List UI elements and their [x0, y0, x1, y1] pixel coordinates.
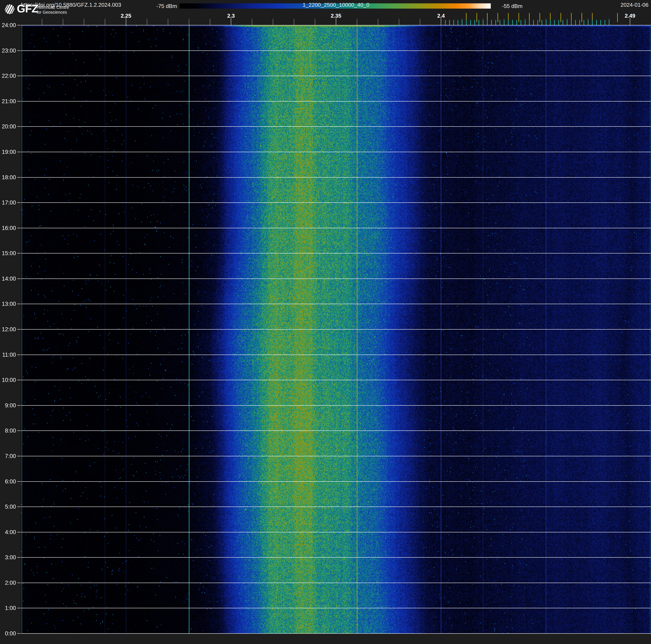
- ble-channel-tick: [584, 20, 584, 25]
- hour-gridline: [21, 456, 651, 456]
- time-axis-label: 11:00: [0, 352, 16, 358]
- freq-tick-minor: [63, 19, 63, 25]
- time-tick: [17, 329, 21, 329]
- hour-gridline: [21, 506, 651, 507]
- hour-gridline: [21, 304, 651, 304]
- ble-channel-tick: [588, 20, 588, 25]
- time-tick: [17, 25, 21, 25]
- ble-channel-tick: [554, 20, 555, 25]
- time-axis-label: 6:00: [0, 478, 16, 485]
- hour-gridline: [21, 177, 651, 178]
- ble-channel-tick: [500, 20, 500, 25]
- hour-gridline: [21, 126, 651, 127]
- ble-channel-tick: [604, 20, 605, 25]
- freq-tick-major: [126, 18, 126, 25]
- wifi-channel-tick: [497, 13, 498, 22]
- ble-channel-tick: [609, 20, 610, 25]
- ble-channel-tick: [541, 20, 542, 25]
- hour-gridline: [21, 380, 651, 380]
- freq-axis-label: 2.25: [114, 12, 138, 19]
- time-axis-label: 23:00: [0, 48, 16, 54]
- time-tick: [17, 431, 21, 431]
- ble-channel-tick: [592, 20, 593, 25]
- freq-tick-minor: [84, 19, 84, 25]
- hour-gridline: [21, 51, 651, 51]
- time-axis-label: 1:00: [0, 605, 16, 611]
- time-axis-label: 16:00: [0, 225, 16, 231]
- ble-channel-tick: [495, 20, 496, 25]
- ble-channel-tick: [458, 20, 458, 25]
- time-axis-label: 4:00: [0, 529, 16, 535]
- ble-channel-tick: [508, 20, 508, 25]
- ble-channel-tick: [533, 20, 534, 25]
- wifi-channel-tick: [617, 13, 618, 22]
- time-tick: [17, 228, 21, 228]
- freq-tick-major: [630, 18, 630, 25]
- ble-channel-tick: [596, 20, 597, 25]
- wifi-channel-tick: [519, 13, 519, 22]
- time-tick: [17, 633, 21, 634]
- ble-channel-tick: [491, 20, 492, 25]
- ble-channel-tick: [521, 20, 521, 25]
- hour-gridline: [21, 405, 651, 406]
- wifi-channel-tick: [476, 13, 477, 22]
- freq-tick-major: [441, 18, 441, 25]
- hour-gridline: [21, 481, 651, 482]
- freq-axis-label: 2.49: [617, 12, 643, 19]
- ble-channel-tick: [470, 20, 471, 25]
- time-tick: [17, 608, 21, 608]
- wifi-channel-tick: [560, 13, 561, 22]
- hour-gridline: [21, 355, 651, 355]
- hour-gridline: [21, 532, 651, 532]
- time-axis-label: 3:00: [0, 554, 16, 561]
- time-tick: [17, 202, 21, 203]
- freq-tick-minor: [168, 19, 168, 25]
- time-axis-label: 9:00: [0, 402, 16, 409]
- time-tick: [17, 583, 21, 583]
- dataset-id: 1_2200_2500_10000_40_0: [21, 2, 651, 8]
- hour-gridline: [21, 557, 651, 558]
- hour-gridline: [21, 633, 651, 634]
- ble-channel-tick: [487, 20, 488, 25]
- freq-axis-label: 2.4: [428, 12, 454, 19]
- time-tick: [17, 532, 21, 532]
- freq-tick-minor: [42, 19, 42, 25]
- hour-gridline: [21, 329, 651, 329]
- ble-channel-tick: [474, 20, 475, 25]
- time-axis-label: 0:00: [0, 630, 16, 637]
- freq-tick-minor: [315, 19, 315, 25]
- hour-gridline: [21, 608, 651, 608]
- ble-channel-tick: [571, 20, 571, 25]
- time-axis-label: 7:00: [0, 453, 16, 459]
- ble-channel-tick: [529, 20, 530, 25]
- time-axis-label: 8:00: [0, 428, 16, 434]
- wifi-channel-tick: [582, 13, 582, 22]
- time-axis-label: 18:00: [0, 174, 16, 180]
- freq-tick-minor: [294, 19, 294, 25]
- hour-gridline: [21, 202, 651, 203]
- time-tick: [17, 126, 21, 127]
- hour-gridline: [21, 152, 651, 152]
- time-tick: [17, 481, 21, 482]
- ble-channel-tick: [449, 20, 450, 25]
- gfz-logo-icon: [5, 4, 15, 14]
- org-name-line2: for Geosciences: [36, 10, 69, 15]
- hour-gridline: [21, 583, 651, 583]
- freq-tick-minor: [252, 19, 252, 25]
- ble-channel-tick: [454, 20, 454, 25]
- time-tick: [17, 101, 21, 101]
- hour-gridline: [21, 25, 651, 25]
- time-tick: [17, 177, 21, 178]
- ble-channel-tick: [550, 20, 551, 25]
- freq-tick-minor: [147, 19, 147, 25]
- freq-tick-major: [336, 18, 336, 25]
- freq-axis-label: 2.35: [323, 12, 349, 19]
- wifi-channel-tick: [539, 13, 540, 22]
- time-tick: [17, 557, 21, 558]
- ble-channel-tick: [445, 20, 445, 25]
- time-axis-label: 15:00: [0, 250, 16, 257]
- time-tick: [17, 405, 21, 406]
- ble-channel-tick: [504, 20, 504, 25]
- freq-tick-minor: [378, 19, 378, 25]
- time-tick: [17, 279, 21, 279]
